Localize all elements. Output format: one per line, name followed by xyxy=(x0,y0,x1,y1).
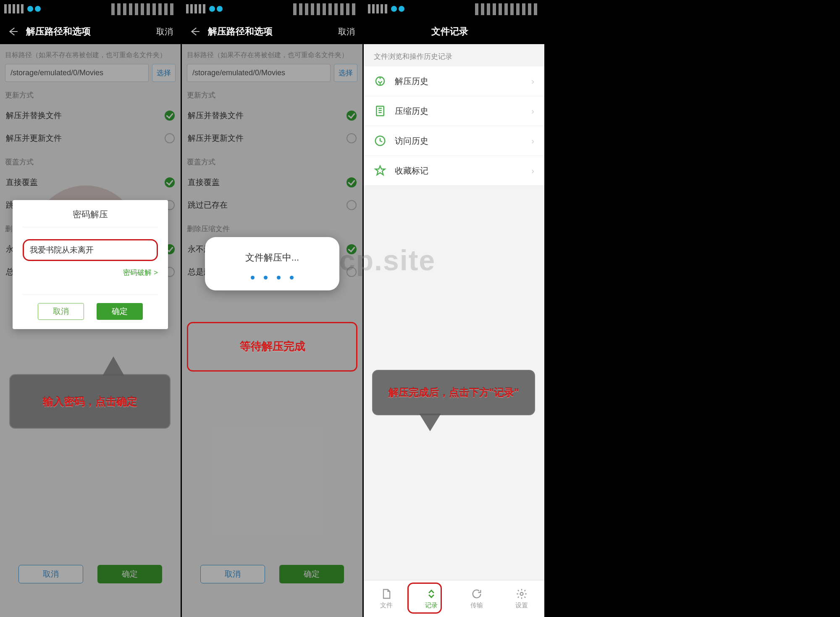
screen-1: 解压路径和选项 取消 目标路径（如果不存在将被创建，也可重命名文件夹） /sto… xyxy=(0,0,181,617)
unzip-icon xyxy=(374,75,386,87)
back-icon[interactable] xyxy=(8,26,18,37)
chevron-right-icon: › xyxy=(531,166,534,176)
radio-checked-icon xyxy=(346,244,357,254)
status-bar xyxy=(182,0,362,19)
title-bar: 解压路径和选项 取消 xyxy=(182,19,362,44)
password-input[interactable] xyxy=(23,239,158,261)
path-input[interactable]: /storage/emulated/0/Movies xyxy=(5,64,149,82)
transfer-icon xyxy=(471,588,483,600)
page-title: 解压路径和选项 xyxy=(208,25,338,38)
radio-checked-icon xyxy=(346,111,357,121)
clock-icon xyxy=(374,134,386,147)
chevron-right-icon: › xyxy=(531,136,534,146)
highlight-box xyxy=(407,583,442,614)
annotation-bubble: 等待解压完成 xyxy=(224,336,321,356)
option-replace[interactable]: 解压并替换文件 xyxy=(5,104,176,127)
gear-icon xyxy=(516,588,528,600)
password-dialog: 密码解压 密码破解 > 取消 确定 xyxy=(13,200,168,329)
back-icon[interactable] xyxy=(189,26,200,37)
chevron-right-icon: › xyxy=(531,76,534,86)
screen-3: 文件记录 文件浏览和操作历史记录 解压历史 › 压缩历史 › 访问历史 › 收藏… xyxy=(364,0,544,617)
option-replace-label: 解压并替换文件 xyxy=(188,110,244,121)
delete-label: 删除压缩文件 xyxy=(187,224,357,234)
page-title: 文件记录 xyxy=(364,25,537,38)
status-bar xyxy=(364,0,544,19)
list-item-visit[interactable]: 访问历史 › xyxy=(364,126,544,156)
loading-dots-icon xyxy=(213,276,331,279)
path-select-button[interactable]: 选择 xyxy=(334,64,357,82)
list-item-fav[interactable]: 收藏标记 › xyxy=(364,156,544,186)
title-bar: 解压路径和选项 取消 xyxy=(0,19,181,44)
list-item-label: 访问历史 xyxy=(395,135,428,147)
cancel-button[interactable]: 取消 xyxy=(156,26,173,37)
annotation-bubble: 输入密码，点击确定 xyxy=(9,374,171,429)
nav-settings[interactable]: 设置 xyxy=(499,580,545,617)
footer-ok-button[interactable]: 确定 xyxy=(97,565,162,583)
list-item-label: 压缩历史 xyxy=(395,105,428,117)
option-skip-label: 跳过已存在 xyxy=(188,200,228,211)
zip-icon xyxy=(374,105,386,117)
nav-label: 设置 xyxy=(515,601,528,609)
dialog-cancel-button[interactable]: 取消 xyxy=(38,303,84,320)
annotation-text: 输入密码，点击确定 xyxy=(43,395,137,409)
toast-message: 文件解压中... xyxy=(213,251,331,264)
annotation-text: 等待解压完成 xyxy=(240,339,305,354)
path-hint: 目标路径（如果不存在将被创建，也可重命名文件夹） xyxy=(5,51,176,60)
annotation-text: 解压完成后，点击下方"记录" xyxy=(388,386,519,399)
list-item-zip[interactable]: 压缩历史 › xyxy=(364,96,544,126)
option-direct-label: 直接覆盖 xyxy=(188,177,220,188)
list-item-unzip[interactable]: 解压历史 › xyxy=(364,66,544,96)
dialog-title: 密码解压 xyxy=(23,200,158,227)
title-bar: 文件记录 xyxy=(364,19,544,44)
list-item-label: 解压历史 xyxy=(395,76,428,87)
overwrite-label: 覆盖方式 xyxy=(187,157,357,167)
extracting-toast: 文件解压中... xyxy=(205,237,339,290)
radio-unchecked-icon xyxy=(165,133,175,143)
annotation-bubble: 解压完成后，点击下方"记录" xyxy=(372,370,535,415)
radio-unchecked-icon xyxy=(346,200,357,210)
option-update-label: 解压并更新文件 xyxy=(188,133,244,144)
screen-2: 解压路径和选项 取消 目标路径（如果不存在将被创建，也可重命名文件夹） /sto… xyxy=(182,0,362,617)
footer-cancel-button[interactable]: 取消 xyxy=(18,565,83,583)
svg-point-5 xyxy=(520,593,523,596)
crack-password-link[interactable]: 密码破解 > xyxy=(23,268,158,277)
path-hint: 目标路径（如果不存在将被创建，也可重命名文件夹） xyxy=(187,51,357,60)
radio-unchecked-icon xyxy=(346,133,357,143)
star-icon xyxy=(374,164,386,177)
overwrite-label: 覆盖方式 xyxy=(5,157,176,167)
nav-file[interactable]: 文件 xyxy=(364,580,409,617)
nav-transfer[interactable]: 传输 xyxy=(454,580,499,617)
list-item-label: 收藏标记 xyxy=(395,165,428,177)
page-title: 解压路径和选项 xyxy=(26,25,156,38)
option-update-label: 解压并更新文件 xyxy=(6,133,62,144)
dialog-ok-button[interactable]: 确定 xyxy=(97,303,143,320)
radio-unchecked-icon xyxy=(346,267,357,277)
chevron-right-icon: › xyxy=(531,106,534,116)
path-select-button[interactable]: 选择 xyxy=(152,64,176,82)
status-bar xyxy=(0,0,181,19)
radio-checked-icon xyxy=(165,111,175,121)
option-replace-label: 解压并替换文件 xyxy=(6,110,62,121)
list-subtitle: 文件浏览和操作历史记录 xyxy=(364,44,544,66)
option-direct-label: 直接覆盖 xyxy=(6,177,38,188)
update-mode-label: 更新方式 xyxy=(187,90,357,100)
radio-checked-icon xyxy=(165,177,175,187)
option-direct[interactable]: 直接覆盖 xyxy=(5,171,176,194)
option-update[interactable]: 解压并更新文件 xyxy=(5,127,176,150)
nav-label: 传输 xyxy=(470,601,483,609)
footer-ok-button[interactable]: 确定 xyxy=(279,565,344,583)
path-input[interactable]: /storage/emulated/0/Movies xyxy=(187,64,331,82)
file-icon xyxy=(381,588,392,600)
radio-checked-icon xyxy=(346,177,357,187)
nav-label: 文件 xyxy=(380,601,393,609)
update-mode-label: 更新方式 xyxy=(5,90,176,100)
bottom-nav: 文件 记录 传输 设置 xyxy=(364,580,544,617)
footer-cancel-button[interactable]: 取消 xyxy=(200,565,265,583)
cancel-button[interactable]: 取消 xyxy=(338,26,355,37)
